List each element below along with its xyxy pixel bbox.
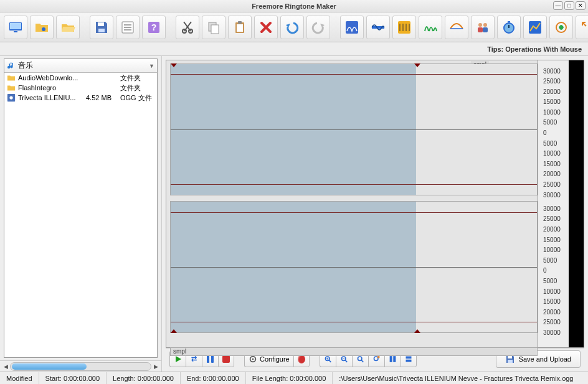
scroll-left-icon[interactable]: ◀ <box>1 362 10 371</box>
svg-rect-35 <box>508 21 510 22</box>
svg-rect-19 <box>237 24 243 32</box>
effect-orange-icon[interactable] <box>549 16 573 39</box>
svg-point-52 <box>374 356 378 360</box>
status-bar: Modified Start: 0:00:00.000 Length: 0:00… <box>0 372 588 384</box>
status-end: End: 0:00:00.000 <box>181 372 246 384</box>
paste-icon[interactable] <box>228 16 252 39</box>
file-list[interactable]: AudioWebDownlo... 文件夹 FlashIntegro 文件夹 T… <box>4 73 157 357</box>
waveform-editor[interactable]: smpl smpl <box>166 60 584 348</box>
folder-dropdown[interactable]: 音乐 ▼ <box>4 59 157 73</box>
expand-icon[interactable] <box>576 16 588 39</box>
file-browser: 音乐 ▼ AudioWebDownlo... 文件夹 FlashIntegro … <box>0 56 162 372</box>
list-item[interactable]: FlashIntegro 文件夹 <box>4 83 157 93</box>
redo-icon[interactable] <box>306 16 330 39</box>
svg-rect-2 <box>14 31 17 32</box>
filter-icon[interactable] <box>445 16 468 39</box>
timer-icon[interactable] <box>497 16 521 39</box>
svg-point-30 <box>483 23 487 27</box>
svg-rect-53 <box>377 356 379 358</box>
svg-rect-31 <box>478 27 483 32</box>
save-icon[interactable] <box>90 16 113 39</box>
svg-rect-4 <box>98 22 104 26</box>
svg-line-51 <box>361 360 363 362</box>
svg-point-3 <box>42 27 45 31</box>
svg-point-29 <box>478 23 482 27</box>
svg-line-44 <box>329 360 331 362</box>
status-start: Start: 0:00:00.000 <box>39 372 107 384</box>
waveform-icon[interactable] <box>366 16 390 39</box>
svg-rect-32 <box>483 27 488 32</box>
svg-point-40 <box>9 96 12 99</box>
delete-icon[interactable] <box>254 16 278 39</box>
scroll-right-icon[interactable]: ▶ <box>151 362 160 371</box>
folder-open-icon[interactable] <box>56 16 80 39</box>
folder-icon <box>7 73 16 82</box>
bottom-ruler: smpl <box>170 347 538 356</box>
tips-text: Tips: Operations With Mouse <box>487 45 582 53</box>
level-meter <box>569 60 584 347</box>
svg-point-50 <box>358 356 362 360</box>
music-note-icon <box>7 62 16 70</box>
channel-right[interactable] <box>170 201 538 333</box>
status-modified: Modified <box>0 372 39 384</box>
svg-rect-56 <box>405 356 411 358</box>
amplitude-scale: 30000 25000 20000 15000 10000 5000 0 500… <box>538 60 569 347</box>
monitor-icon[interactable] <box>4 16 27 39</box>
window-controls: — □ ✕ <box>553 1 586 10</box>
svg-rect-20 <box>238 21 242 24</box>
status-length: Length: 0:00:00.000 <box>107 372 181 384</box>
list-item[interactable]: AudioWebDownlo... 文件夹 <box>4 73 157 83</box>
copy-icon[interactable] <box>202 16 225 39</box>
equalizer-icon[interactable] <box>392 16 416 39</box>
chevron-down-icon: ▼ <box>149 63 154 69</box>
status-path: :\Users\User\Music\Trivecta ILLENIUM Nev… <box>333 372 588 384</box>
chart-icon[interactable] <box>523 16 547 39</box>
svg-text:?: ? <box>151 22 157 32</box>
folder-icon <box>7 83 16 92</box>
file-list-scrollbar[interactable]: ◀ ▶ <box>0 360 161 372</box>
effect-green-icon[interactable] <box>419 16 442 39</box>
folder-dropdown-label: 音乐 <box>18 60 149 71</box>
status-file-length: File Length: 0:00:00.000 <box>246 372 333 384</box>
tips-bar: Tips: Operations With Mouse <box>0 42 588 56</box>
channel-left[interactable] <box>170 63 538 195</box>
svg-rect-58 <box>508 356 512 358</box>
maximize-button[interactable]: □ <box>564 1 574 10</box>
svg-line-48 <box>345 360 347 362</box>
cut-icon[interactable] <box>176 16 199 39</box>
undo-icon[interactable] <box>280 16 304 39</box>
list-item[interactable]: Trivecta ILLENIU... 4.52 MB OGG 文件 <box>4 93 157 103</box>
titlebar: Freemore Ringtone Maker — □ ✕ <box>0 0 588 12</box>
svg-rect-17 <box>211 25 219 34</box>
svg-point-42 <box>252 358 254 360</box>
minimize-button[interactable]: — <box>553 1 563 10</box>
audio-file-icon <box>7 93 16 102</box>
scroll-thumb[interactable] <box>12 363 87 370</box>
users-icon[interactable] <box>471 16 495 39</box>
svg-rect-1 <box>10 23 21 29</box>
scroll-track[interactable] <box>10 362 151 371</box>
svg-rect-57 <box>405 359 411 362</box>
svg-rect-59 <box>508 360 513 363</box>
help-icon[interactable]: ? <box>142 16 166 39</box>
list-icon[interactable] <box>116 16 140 39</box>
main-toolbar: ? <box>0 12 588 42</box>
effect-1-icon[interactable] <box>340 16 364 39</box>
close-button[interactable]: ✕ <box>576 1 586 10</box>
folder-audio-icon[interactable] <box>30 16 54 39</box>
window-title: Freemore Ringtone Maker <box>252 2 336 10</box>
svg-rect-54 <box>389 356 392 362</box>
svg-rect-5 <box>98 29 105 32</box>
svg-rect-55 <box>393 356 396 362</box>
